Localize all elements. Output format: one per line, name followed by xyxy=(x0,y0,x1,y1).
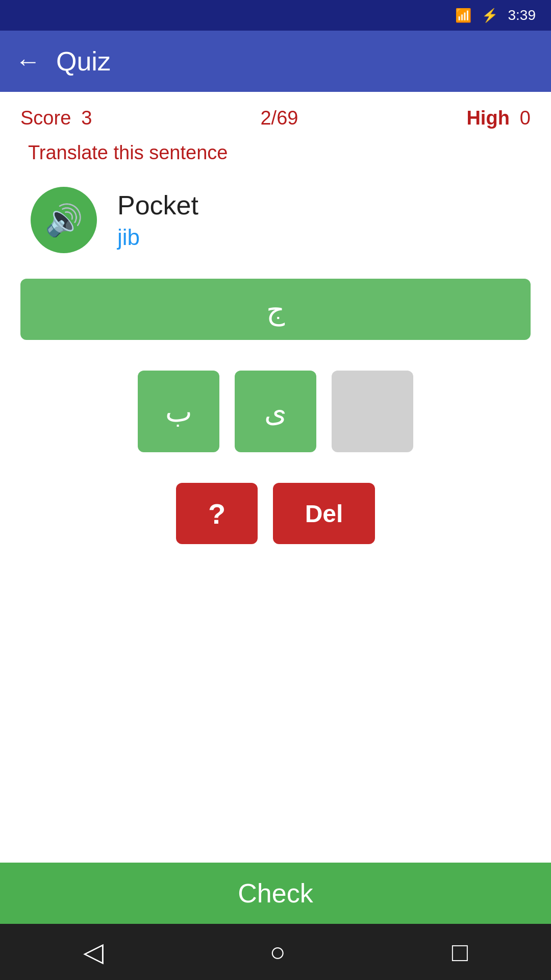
answer-box: ج xyxy=(20,279,531,340)
nav-back-icon[interactable]: ◁ xyxy=(83,937,104,967)
delete-button[interactable]: Del xyxy=(273,483,375,544)
back-button[interactable]: ← xyxy=(15,46,41,76)
high-value: 0 xyxy=(520,107,531,129)
action-buttons: ? Del xyxy=(20,483,531,544)
spacer xyxy=(0,554,551,863)
nav-recent-icon[interactable]: □ xyxy=(452,937,468,967)
score-value: 3 xyxy=(81,107,92,129)
main-content: Score 3 2/69 High 0 Translate this sente… xyxy=(0,92,551,924)
instruction-text: Translate this sentence xyxy=(0,134,551,177)
app-bar: ← Quiz xyxy=(0,31,551,92)
check-button[interactable]: Check xyxy=(0,863,551,924)
answer-text: ج xyxy=(266,293,285,326)
progress-value: 2/69 xyxy=(92,107,466,129)
high-label: High xyxy=(466,107,509,129)
status-bar: 📶 ⚡ 3:39 xyxy=(0,0,551,31)
back-icon: ← xyxy=(15,46,41,76)
score-label: Score xyxy=(20,107,71,129)
app-title: Quiz xyxy=(56,46,111,77)
status-time: 3:39 xyxy=(508,7,536,23)
word-info: Pocket jib xyxy=(117,190,198,250)
lte-icon: 📶 xyxy=(455,8,471,23)
speaker-icon: 🔊 xyxy=(45,202,83,238)
audio-button[interactable]: 🔊 xyxy=(31,187,97,253)
letter-option-0[interactable]: ب xyxy=(138,371,219,452)
hint-icon: ? xyxy=(208,497,226,530)
letter-options: ب ی xyxy=(20,371,531,452)
letter-0-text: ب xyxy=(165,395,192,428)
word-transliteration: jib xyxy=(117,225,198,250)
battery-icon: ⚡ xyxy=(482,8,498,23)
nav-home-icon[interactable]: ○ xyxy=(270,937,286,967)
word-row: 🔊 Pocket jib xyxy=(0,177,551,268)
letter-1-text: ی xyxy=(264,395,287,428)
letter-option-2[interactable] xyxy=(332,371,413,452)
delete-label: Del xyxy=(305,500,343,528)
bottom-nav: ◁ ○ □ xyxy=(0,924,551,980)
score-row: Score 3 2/69 High 0 xyxy=(0,92,551,134)
letter-option-1[interactable]: ی xyxy=(235,371,316,452)
check-label: Check xyxy=(238,878,313,909)
word-main: Pocket xyxy=(117,190,198,220)
hint-button[interactable]: ? xyxy=(176,483,258,544)
